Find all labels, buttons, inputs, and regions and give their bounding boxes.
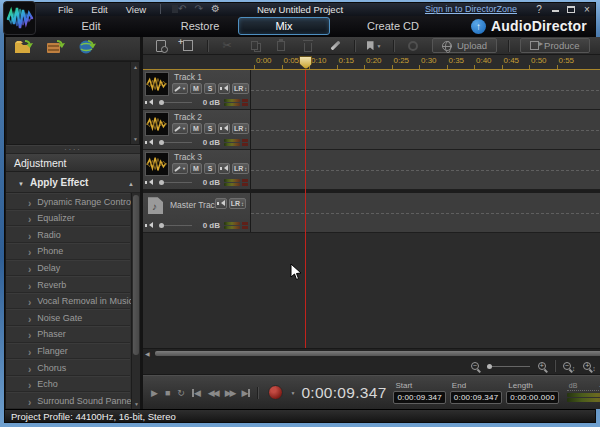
scroll-up-icon[interactable]	[128, 177, 134, 188]
track-lane[interactable]	[251, 110, 600, 149]
effect-item[interactable]: Echo	[6, 376, 130, 393]
record-mix-icon[interactable]	[405, 39, 421, 53]
import-files-icon[interactable]	[46, 39, 66, 58]
tab-mix-active[interactable]: Mix	[238, 17, 330, 35]
tab-create-cd[interactable]: Create CD	[358, 20, 428, 32]
scrollbar-thumb[interactable]	[133, 195, 139, 355]
effect-item[interactable]: Phaser	[6, 326, 130, 343]
track-pan-button[interactable]: LR	[232, 163, 249, 174]
speaker-icon[interactable]	[145, 222, 153, 229]
track-arm-button[interactable]	[172, 163, 188, 174]
track-pan-button[interactable]: LR	[232, 123, 249, 134]
menu-file[interactable]: File	[49, 4, 82, 15]
track-solo-button[interactable]: S	[204, 83, 216, 94]
speaker-icon[interactable]	[145, 179, 153, 186]
stop-button[interactable]	[165, 388, 170, 398]
maximize-button[interactable]	[563, 4, 579, 15]
track-solo-button[interactable]: S	[204, 163, 216, 174]
zoom-out-icon[interactable]: −	[471, 362, 479, 370]
media-library-list[interactable]	[6, 61, 140, 145]
import-folder-icon[interactable]	[14, 39, 34, 58]
effect-item[interactable]: Noise Gate	[6, 309, 130, 326]
zoom-in-icon[interactable]: +	[538, 362, 546, 370]
timeline-ruler[interactable]: 0:00 0:05 0:10 0:15 0:20 0:25 0:30 0:35 …	[143, 55, 600, 70]
redo-icon[interactable]	[195, 4, 203, 14]
effect-item[interactable]: Flanger	[6, 343, 130, 360]
insert-clip-icon[interactable]	[180, 39, 196, 53]
effect-item[interactable]: Phone	[6, 243, 130, 260]
master-track-lane[interactable]	[251, 193, 600, 232]
master-track-header[interactable]: Master Track LR 0 dB	[143, 193, 251, 232]
scrollbar-thumb[interactable]	[155, 351, 600, 356]
upload-button[interactable]: Upload	[432, 38, 497, 53]
copy-icon[interactable]	[246, 39, 262, 53]
track-output-button[interactable]	[218, 163, 230, 174]
loop-button[interactable]	[177, 388, 185, 398]
track-mute-button[interactable]: M	[190, 83, 202, 94]
zoom-slider[interactable]	[487, 364, 530, 369]
track-lane[interactable]	[251, 70, 600, 109]
draw-tool-icon[interactable]	[327, 39, 343, 53]
track-mute-button[interactable]: M	[190, 163, 202, 174]
effect-item[interactable]: Vocal Removal in Music	[6, 293, 130, 310]
record-options-icon[interactable]	[290, 390, 295, 396]
time-field-value[interactable]: 0:00:09.347	[393, 391, 445, 404]
scroll-down-icon[interactable]	[131, 136, 140, 142]
minimize-button[interactable]	[547, 4, 563, 15]
horizontal-scrollbar[interactable]	[143, 348, 600, 358]
effect-item[interactable]: Surround Sound Panner	[6, 392, 130, 409]
speaker-icon[interactable]	[145, 139, 153, 146]
undo-icon[interactable]	[178, 4, 186, 14]
effect-item[interactable]: Reverb	[6, 276, 130, 293]
rewind-button[interactable]	[208, 388, 218, 398]
play-button[interactable]	[151, 388, 158, 398]
track-header[interactable]: Track 3 M S LR 0 dB	[143, 150, 251, 189]
master-pan-button[interactable]: LR	[229, 198, 246, 209]
media-list-scrollbar[interactable]	[130, 62, 139, 144]
marker-dropdown-icon[interactable]	[366, 39, 382, 53]
tab-restore[interactable]: Restore	[170, 20, 230, 32]
master-output-button[interactable]	[215, 198, 227, 209]
menu-edit[interactable]: Edit	[82, 4, 116, 15]
track-mute-button[interactable]: M	[190, 123, 202, 134]
go-to-start-button[interactable]	[192, 388, 201, 398]
track-header[interactable]: Track 2 M S LR 0 dB	[143, 110, 251, 149]
effect-list-scrollbar[interactable]	[131, 193, 140, 409]
export-file-icon[interactable]	[153, 39, 169, 53]
paste-icon[interactable]	[273, 39, 289, 53]
track-output-button[interactable]	[218, 83, 230, 94]
settings-icon[interactable]	[211, 4, 220, 14]
panel-splitter[interactable]	[6, 145, 140, 154]
time-field-value[interactable]: 0:00:09.347	[450, 391, 502, 404]
track-header[interactable]: Track 1 M S LR 0 dB	[143, 70, 251, 109]
effect-item[interactable]: Dynamic Range Control	[6, 193, 130, 210]
record-button[interactable]	[268, 385, 283, 400]
vertical-zoom-in-icon[interactable]: +	[583, 357, 596, 375]
help-button[interactable]	[531, 4, 547, 15]
speaker-icon[interactable]	[145, 99, 153, 106]
scroll-down-icon[interactable]	[132, 401, 140, 407]
produce-button[interactable]: Produce	[520, 38, 589, 53]
go-to-end-button[interactable]	[242, 388, 251, 398]
track-solo-button[interactable]: S	[204, 123, 216, 134]
track-lane[interactable]	[251, 150, 600, 189]
vertical-zoom-out-icon[interactable]: −	[563, 357, 576, 375]
effect-item[interactable]: Delay	[6, 260, 130, 277]
tab-edit[interactable]: Edit	[67, 20, 115, 32]
scroll-left-icon[interactable]	[145, 350, 150, 357]
signin-directorzone-link[interactable]: Sign in to DirectorZone	[425, 4, 517, 14]
effect-item[interactable]: Radio	[6, 226, 130, 243]
directorzone-download-icon[interactable]	[78, 39, 96, 58]
scroll-up-icon[interactable]	[131, 64, 140, 70]
track-arm-button[interactable]	[172, 83, 188, 94]
track-arm-button[interactable]	[172, 123, 188, 134]
close-button[interactable]	[579, 4, 595, 15]
timeline-empty-area[interactable]	[143, 233, 600, 348]
effect-item[interactable]: Chorus	[6, 359, 130, 376]
track-output-button[interactable]	[218, 123, 230, 134]
collapse-icon[interactable]	[18, 177, 24, 188]
delete-icon[interactable]	[300, 39, 316, 53]
fast-forward-button[interactable]	[225, 388, 235, 398]
time-field-value[interactable]: 0:00:00.000	[506, 391, 558, 404]
apply-effect-header[interactable]: Apply Effect	[6, 172, 140, 193]
